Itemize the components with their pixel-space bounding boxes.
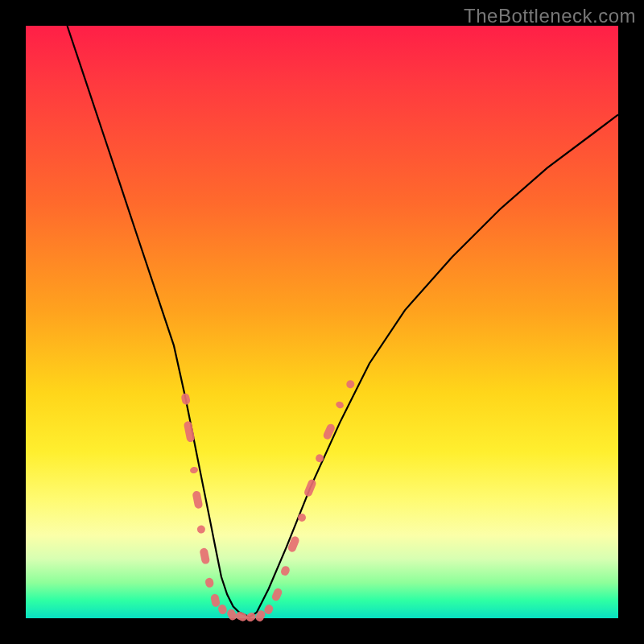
curve-marker: [270, 587, 283, 602]
curve-marker: [335, 400, 345, 409]
curve-marker: [345, 379, 356, 390]
curve-marker: [297, 512, 308, 522]
chart-frame: TheBottleneck.com: [0, 0, 644, 644]
curve-marker: [303, 478, 317, 497]
chart-svg: [26, 26, 618, 618]
curve-marker: [199, 547, 210, 565]
curve-marker: [322, 423, 336, 440]
curve-marker: [189, 466, 198, 474]
curve-marker: [204, 577, 214, 588]
bottleneck-curve: [68, 26, 619, 617]
plot-area: [26, 26, 618, 618]
curve-marker: [196, 525, 206, 535]
curve-marker: [180, 393, 191, 406]
curve-marker: [210, 593, 221, 608]
curve-marker: [234, 610, 248, 622]
curve-marker: [287, 535, 300, 553]
curve-marker: [314, 453, 324, 464]
curve-marker: [279, 565, 291, 577]
curve-marker: [184, 420, 196, 442]
watermark-text: TheBottleneck.com: [464, 5, 636, 27]
curve-marker: [192, 490, 203, 510]
